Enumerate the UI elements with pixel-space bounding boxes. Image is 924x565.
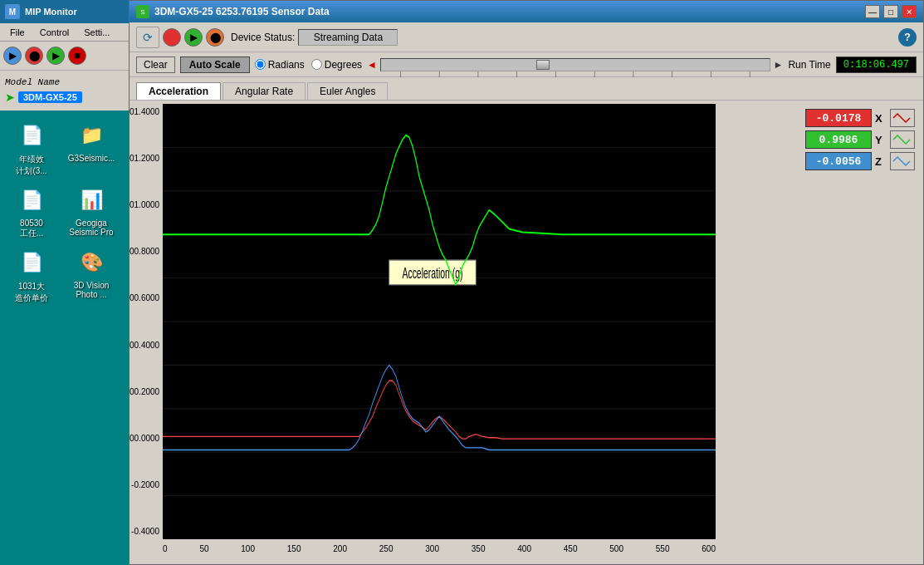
title-bar: S 3DM-GX5-25 6253.76195 Sensor Data — □ … [130,1,923,22]
desktop-icon-1[interactable]: 📁 G3Seismic... [64,119,119,163]
toolbar-2: Clear Auto Scale Radians Degrees ◄ |||||… [130,52,923,77]
y-value-box: 0.9986 [805,130,872,149]
desktop-icon-2[interactable]: 📄 80530工任... [4,184,59,239]
x-value-box: -0.0178 [805,109,872,127]
degrees-radio[interactable] [311,59,322,70]
y-label-8: -0.2000 [130,480,163,489]
menu-file[interactable]: File [3,26,32,39]
desktop-icon-row-2: 📄 80530工任... 📊 GeogigaSeismic Pro [4,184,125,239]
clear-button[interactable]: Clear [136,56,175,73]
desktop-icon-0-img: 📄 [15,119,48,152]
window-title: 3DM-GX5-25 6253.76195 Sensor Data [154,6,330,17]
streaming-status: Streaming Data [298,29,398,46]
x-label-4: 200 [333,544,347,553]
radians-radio-label[interactable]: Radians [255,59,305,71]
menu-control[interactable]: Control [33,26,76,39]
toolbar-1: ⟳ ▶ ⬤ Device Status: Streaming Data ? [130,22,923,52]
x-axis-label: X [875,112,887,125]
menu-settings[interactable]: Setti... [77,26,116,39]
x-label-6: 300 [425,544,439,553]
model-name-label: Model Name [5,77,124,87]
x-label-3: 150 [287,544,301,553]
x-label-1: 50 [199,544,208,553]
device-status-label: Device Status: [231,32,295,43]
desktop-icon-3-label: GeogigaSeismic Pro [69,219,113,237]
x-label-11: 550 [656,544,670,553]
desktop-icon-2-img: 📄 [15,184,48,217]
x-label-10: 500 [609,544,623,553]
y-label-0: 01.4000 [130,107,163,116]
model-info: Model Name ➤ 3DM-GX5-25 [0,70,129,111]
chart-canvas: Acceleration (g) [163,104,716,539]
desktop-menu: File Control Setti... [0,23,129,42]
main-window: S 3DM-GX5-25 6253.76195 Sensor Data — □ … [129,0,924,565]
x-label-5: 250 [379,544,394,553]
desktop-icons: 📄 年绩效计划(3... 📁 G3Seismic... 📄 80530工任...… [0,111,129,312]
value-displays: -0.0178 X 0.9986 Y -0.0056 Z [805,109,915,170]
desktop-icon-1-img: 📁 [75,119,108,152]
ctrl-red-btn[interactable]: ⬤ [25,47,43,65]
toolbar-play-btn[interactable]: ▶ [184,28,203,47]
slider-left-arrow: ◄ [367,59,377,71]
app-title: MIP Monitor [25,7,77,17]
y-label-2: 01.0000 [130,200,163,209]
y-label-3: 00.8000 [130,247,163,256]
y-label-6: 00.2000 [130,387,163,396]
sidebar-controls: ▶ ⬤ ▶ ■ [0,42,129,70]
desktop-icon-row-3: 📄 1031大造价单价 🎨 3D VisionPhoto ... [4,246,125,304]
y-axis-icon [890,130,915,149]
tab-euler-angles[interactable]: Euler Angles [307,82,388,100]
toolbar-icon-1[interactable]: ⟳ [136,27,159,48]
app-icon: M [5,4,20,19]
title-bar-left: S 3DM-GX5-25 6253.76195 Sensor Data [136,5,330,18]
desktop-icon-5[interactable]: 🎨 3D VisionPhoto ... [64,246,119,299]
desktop-icon-2-label: 80530工任... [20,219,43,239]
ctrl-blue-btn[interactable]: ▶ [3,47,22,65]
timeline-slider[interactable]: ||||| ||||| [380,58,770,71]
y-label-9: -0.4000 [130,527,163,536]
auto-scale-button[interactable]: Auto Scale [180,56,250,73]
maximize-button[interactable]: □ [883,5,898,18]
runtime-label: Run Time [788,59,830,71]
x-label-8: 400 [517,544,531,553]
y-label-1: 01.2000 [130,154,163,163]
toolbar-stop-btn[interactable] [163,28,181,47]
radians-radio[interactable] [255,59,266,70]
z-axis-icon [890,152,915,170]
y-label-7: 00.0000 [130,434,163,443]
model-name-value: 3DM-GX5-25 [18,91,82,103]
ctrl-darkred-btn[interactable]: ■ [68,47,86,65]
desktop-icon-4[interactable]: 📄 1031大造价单价 [4,246,59,304]
tab-acceleration[interactable]: Acceleration [136,82,221,100]
chart-container: -0.0178 X 0.9986 Y -0.0056 Z [130,101,923,564]
degrees-radio-label[interactable]: Degrees [311,59,362,71]
z-value-box: -0.0056 [805,152,872,170]
x-label-2: 100 [241,544,255,553]
y-value-row: 0.9986 Y [805,130,915,149]
window-icon: S [136,5,149,18]
close-button[interactable]: ✕ [902,5,917,18]
chart-svg: Acceleration (g) [163,104,716,539]
slider-ticks: ||||| ||||| [381,71,770,76]
desktop-icon-0[interactable]: 📄 年绩效计划(3... [4,119,59,177]
y-label-4: 00.6000 [130,293,163,302]
toolbar-record-btn[interactable]: ⬤ [206,28,224,47]
desktop-icon-5-img: 🎨 [75,246,108,279]
ctrl-green-btn[interactable]: ▶ [46,47,65,65]
minimize-button[interactable]: — [865,5,880,18]
desktop-icon-5-label: 3D VisionPhoto ... [74,281,110,299]
x-axis: 0 50 100 150 200 250 300 350 400 450 500… [163,541,716,564]
y-axis-label: Y [875,134,887,146]
x-axis-icon [890,109,915,127]
desktop-icon-4-label: 1031大造价单价 [15,281,48,304]
tabs-row: Acceleration Angular Rate Euler Angles [130,77,923,101]
desktop-icon-4-img: 📄 [15,246,48,279]
y-label-5: 00.4000 [130,341,163,350]
x-value-row: -0.0178 X [805,109,915,127]
runtime-value: 0:18:06.497 [836,56,917,73]
desktop-icon-3[interactable]: 📊 GeogigaSeismic Pro [64,184,119,237]
help-button[interactable]: ? [898,28,917,47]
tab-angular-rate[interactable]: Angular Rate [222,82,306,100]
slider-thumb[interactable] [536,60,550,70]
chart-with-axes: 01.4000 01.2000 01.0000 00.8000 00.6000 … [130,104,815,564]
